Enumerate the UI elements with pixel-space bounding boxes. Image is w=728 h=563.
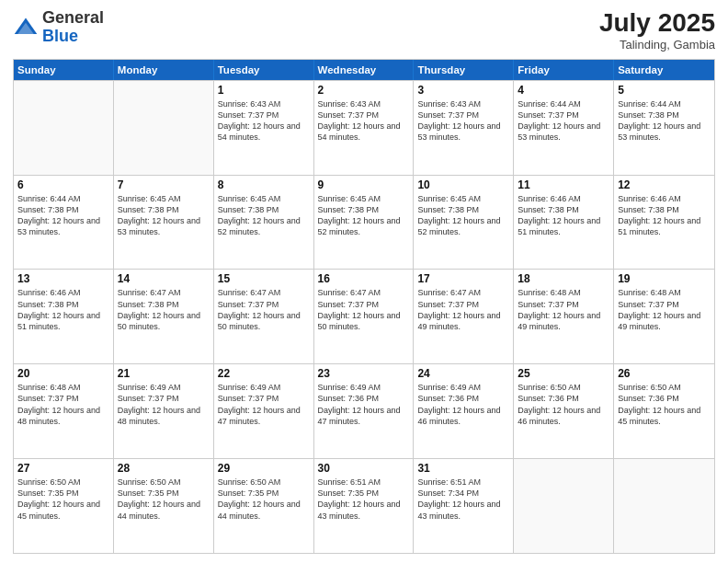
day-number: 30 (318, 462, 410, 475)
day-info: Sunrise: 6:50 AM Sunset: 7:36 PM Dayligh… (618, 382, 711, 427)
day-info: Sunrise: 6:43 AM Sunset: 7:37 PM Dayligh… (218, 98, 310, 144)
logo-text: General Blue (42, 9, 104, 46)
day-number: 2 (318, 84, 410, 97)
day-number: 6 (17, 178, 109, 191)
day-info: Sunrise: 6:49 AM Sunset: 7:36 PM Dayligh… (417, 382, 509, 427)
cal-cell (114, 81, 214, 175)
day-info: Sunrise: 6:45 AM Sunset: 7:38 PM Dayligh… (118, 193, 210, 238)
cal-cell: 22Sunrise: 6:49 AM Sunset: 7:37 PM Dayli… (214, 364, 314, 458)
cal-cell: 10Sunrise: 6:45 AM Sunset: 7:38 PM Dayli… (414, 176, 514, 270)
page: General Blue July 2025 Talinding, Gambia… (0, 0, 728, 563)
day-number: 25 (518, 367, 609, 380)
day-number: 17 (417, 272, 509, 285)
day-number: 8 (218, 178, 310, 191)
cal-cell: 7Sunrise: 6:45 AM Sunset: 7:38 PM Daylig… (114, 176, 214, 270)
cal-cell (614, 459, 714, 553)
cal-cell: 18Sunrise: 6:48 AM Sunset: 7:37 PM Dayli… (514, 270, 614, 363)
day-number: 18 (518, 272, 609, 285)
title-block: July 2025 Talinding, Gambia (599, 9, 715, 52)
cal-cell: 9Sunrise: 6:45 AM Sunset: 7:38 PM Daylig… (314, 176, 415, 270)
day-number: 9 (318, 178, 410, 191)
cal-cell: 4Sunrise: 6:44 AM Sunset: 7:37 PM Daylig… (514, 81, 614, 175)
cal-cell: 3Sunrise: 6:43 AM Sunset: 7:37 PM Daylig… (414, 81, 514, 175)
day-number: 16 (318, 272, 410, 285)
day-number: 12 (618, 178, 711, 191)
cal-cell: 2Sunrise: 6:43 AM Sunset: 7:37 PM Daylig… (314, 81, 415, 175)
cal-cell: 19Sunrise: 6:48 AM Sunset: 7:37 PM Dayli… (614, 270, 714, 363)
cal-cell: 28Sunrise: 6:50 AM Sunset: 7:35 PM Dayli… (114, 459, 214, 553)
day-number: 23 (318, 367, 410, 380)
header-day-monday: Monday (114, 60, 214, 80)
day-info: Sunrise: 6:46 AM Sunset: 7:38 PM Dayligh… (618, 193, 711, 238)
day-number: 26 (618, 367, 711, 380)
calendar-body: 1Sunrise: 6:43 AM Sunset: 7:37 PM Daylig… (14, 80, 714, 553)
day-info: Sunrise: 6:50 AM Sunset: 7:36 PM Dayligh… (518, 382, 609, 427)
day-info: Sunrise: 6:47 AM Sunset: 7:37 PM Dayligh… (417, 287, 509, 332)
day-number: 3 (417, 84, 509, 97)
header-day-friday: Friday (514, 60, 614, 80)
cal-cell: 11Sunrise: 6:46 AM Sunset: 7:38 PM Dayli… (514, 176, 614, 270)
week-row-5: 27Sunrise: 6:50 AM Sunset: 7:35 PM Dayli… (14, 458, 714, 553)
day-number: 4 (518, 84, 609, 97)
day-number: 1 (218, 84, 310, 97)
day-number: 29 (218, 462, 310, 475)
cal-cell: 14Sunrise: 6:47 AM Sunset: 7:38 PM Dayli… (114, 270, 214, 363)
day-info: Sunrise: 6:47 AM Sunset: 7:37 PM Dayligh… (218, 287, 310, 332)
day-info: Sunrise: 6:48 AM Sunset: 7:37 PM Dayligh… (618, 287, 711, 332)
day-info: Sunrise: 6:44 AM Sunset: 7:38 PM Dayligh… (17, 193, 109, 238)
day-number: 20 (17, 367, 109, 380)
cal-cell: 29Sunrise: 6:50 AM Sunset: 7:35 PM Dayli… (214, 459, 314, 553)
cal-cell (14, 81, 114, 175)
day-number: 7 (118, 178, 210, 191)
logo-general: General (42, 8, 104, 27)
cal-cell: 20Sunrise: 6:48 AM Sunset: 7:37 PM Dayli… (14, 364, 114, 458)
cal-cell: 30Sunrise: 6:51 AM Sunset: 7:35 PM Dayli… (314, 459, 415, 553)
location: Talinding, Gambia (599, 38, 715, 52)
day-info: Sunrise: 6:47 AM Sunset: 7:37 PM Dayligh… (318, 287, 410, 332)
logo-blue: Blue (42, 27, 78, 45)
day-number: 5 (618, 84, 711, 97)
cal-cell: 12Sunrise: 6:46 AM Sunset: 7:38 PM Dayli… (614, 176, 714, 270)
calendar-header: SundayMondayTuesdayWednesdayThursdayFrid… (14, 60, 714, 80)
cal-cell: 5Sunrise: 6:44 AM Sunset: 7:38 PM Daylig… (614, 81, 714, 175)
day-info: Sunrise: 6:48 AM Sunset: 7:37 PM Dayligh… (17, 382, 109, 427)
day-number: 15 (218, 272, 310, 285)
day-number: 13 (17, 272, 109, 285)
cal-cell: 1Sunrise: 6:43 AM Sunset: 7:37 PM Daylig… (214, 81, 314, 175)
cal-cell: 6Sunrise: 6:44 AM Sunset: 7:38 PM Daylig… (14, 176, 114, 270)
logo-icon (13, 15, 39, 40)
header-day-wednesday: Wednesday (314, 60, 415, 80)
day-info: Sunrise: 6:48 AM Sunset: 7:37 PM Dayligh… (518, 287, 609, 332)
day-info: Sunrise: 6:46 AM Sunset: 7:38 PM Dayligh… (518, 193, 609, 238)
day-info: Sunrise: 6:51 AM Sunset: 7:34 PM Dayligh… (417, 477, 509, 522)
day-number: 22 (218, 367, 310, 380)
day-info: Sunrise: 6:45 AM Sunset: 7:38 PM Dayligh… (417, 193, 509, 238)
day-number: 24 (417, 367, 509, 380)
week-row-4: 20Sunrise: 6:48 AM Sunset: 7:37 PM Dayli… (14, 363, 714, 458)
logo: General Blue (13, 9, 104, 46)
cal-cell (514, 459, 614, 553)
day-info: Sunrise: 6:51 AM Sunset: 7:35 PM Dayligh… (318, 477, 410, 522)
header-day-thursday: Thursday (414, 60, 514, 80)
day-number: 10 (417, 178, 509, 191)
day-info: Sunrise: 6:44 AM Sunset: 7:38 PM Dayligh… (618, 98, 711, 144)
week-row-3: 13Sunrise: 6:46 AM Sunset: 7:38 PM Dayli… (14, 269, 714, 363)
day-info: Sunrise: 6:45 AM Sunset: 7:38 PM Dayligh… (318, 193, 410, 238)
calendar: SundayMondayTuesdayWednesdayThursdayFrid… (13, 59, 715, 554)
day-number: 27 (17, 462, 109, 475)
day-info: Sunrise: 6:50 AM Sunset: 7:35 PM Dayligh… (118, 477, 210, 522)
cal-cell: 16Sunrise: 6:47 AM Sunset: 7:37 PM Dayli… (314, 270, 415, 363)
cal-cell: 26Sunrise: 6:50 AM Sunset: 7:36 PM Dayli… (614, 364, 714, 458)
day-info: Sunrise: 6:49 AM Sunset: 7:37 PM Dayligh… (118, 382, 210, 427)
day-number: 28 (118, 462, 210, 475)
cal-cell: 15Sunrise: 6:47 AM Sunset: 7:37 PM Dayli… (214, 270, 314, 363)
cal-cell: 17Sunrise: 6:47 AM Sunset: 7:37 PM Dayli… (414, 270, 514, 363)
cal-cell: 24Sunrise: 6:49 AM Sunset: 7:36 PM Dayli… (414, 364, 514, 458)
cal-cell: 8Sunrise: 6:45 AM Sunset: 7:38 PM Daylig… (214, 176, 314, 270)
week-row-2: 6Sunrise: 6:44 AM Sunset: 7:38 PM Daylig… (14, 175, 714, 270)
cal-cell: 27Sunrise: 6:50 AM Sunset: 7:35 PM Dayli… (14, 459, 114, 553)
day-info: Sunrise: 6:50 AM Sunset: 7:35 PM Dayligh… (218, 477, 310, 522)
day-info: Sunrise: 6:43 AM Sunset: 7:37 PM Dayligh… (318, 98, 410, 144)
day-info: Sunrise: 6:46 AM Sunset: 7:38 PM Dayligh… (17, 287, 109, 332)
day-info: Sunrise: 6:47 AM Sunset: 7:38 PM Dayligh… (118, 287, 210, 332)
